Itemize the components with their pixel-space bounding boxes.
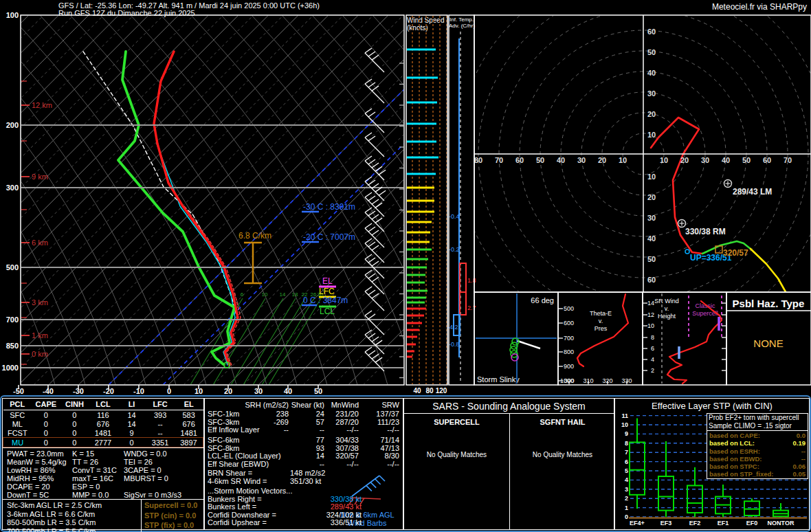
theta-ylabel: 700 [564,335,574,342]
parcel-table-row[interactable]: SFC0011614393583 [3,410,203,420]
storm-motion-title-row: ...Storm Motion Vectors... [205,487,403,495]
lapse-rate-values: Sfc-3km AGL LR = 2.5 C/km3-6km AGL LR = … [7,501,102,532]
hodo-axis-label: 50 [647,255,656,263]
kinematics-cell: 238 [230,410,289,418]
parcel-cell: -- [146,428,175,438]
km-label: 0 km [32,350,48,358]
pressure-label: 700 [6,315,19,324]
sr-ylabel: 4 [651,356,654,363]
parcel-cell: 9 [118,428,146,438]
wind-speed-bar [407,282,425,284]
barb-staff [365,197,384,217]
theta-e-panel: Theta-E v. Pres 500600700800900100030031… [558,292,643,385]
wind-speed-bar [407,297,426,299]
wind-speed-bar [407,221,432,223]
lapse-rate-line: 700-500mb LR = 5.5 C/km [7,527,102,532]
stp-legend-rows: based on CAPE:0.0based on LCL:0.19based … [707,432,808,478]
thermo-column: WNDG = 0.0 TEI = 26 3CAPE = 0 MBURST = 0… [124,450,181,499]
stp-box [630,442,645,494]
minus20-height-label: -20 C : 7007m [303,232,355,242]
stp-category-label: NONTOR [768,520,795,527]
stp-legend-value: 0.06 [793,463,806,470]
dry-adiabat-line [463,15,690,385]
stp-yaxis-label: 5 [625,467,628,474]
kinematics-cell: LCL-EL (Cloud Layer) [208,452,281,460]
wind-speed-bar [407,336,417,338]
kinematics-cell: ...Storm Motion Vectors... [208,487,293,495]
temp-axis-label: 40 [284,387,292,395]
stp-legend-row: based on STPC:0.06 [707,463,808,470]
wind-barb-icon [365,79,384,103]
mixing-ratio-line [253,298,305,385]
hodo-axis-label: 20 [680,156,689,164]
km-label: 6 km [32,239,48,247]
theta-title-3: Pres [595,325,608,332]
theta-ylabel: 500 [564,305,574,312]
parcel-cell: 0 [60,428,89,438]
barb-flag [365,48,372,53]
hodo-axis-label: 50 [647,48,656,56]
parcel-cell: 0 [60,410,89,420]
km-label: 12 km [32,101,52,109]
barb-flag [372,245,379,250]
charts-canvas: 100200300500700850100012 km9 km6 km3 km1… [0,0,811,396]
parcel-col-header: LI [118,400,146,410]
stp-yaxis-label: 0 [625,513,628,520]
hodo-axis-label: 30 [647,89,656,98]
storm-motion-row: Bunkers Right =330/38 kt [205,495,403,503]
parcel-cell: ML [3,419,32,428]
barb-flag [375,357,382,362]
kinematics-cell: 137/37 [360,410,399,418]
parcel-cell: 676 [89,419,118,428]
kinematics-cell: 71/14 [360,436,399,444]
lapse-rate-line: 3-6km AGL LR = 6.6 C/km [7,510,102,519]
isotherm-minor-line [0,15,313,385]
kinematics-cell: Bunkers Left = [208,502,256,511]
stp-category-label: EF3 [660,520,672,527]
parcel-table-row[interactable]: MU002777033513897 [3,438,203,447]
kinematics-cell: 24 [290,410,324,418]
sars-panel: SARS - Sounding Analogue System SUPERCEL… [403,398,614,530]
sars-hail-status: No Quality Matches [510,451,615,458]
hodo-axis-label: 40 [722,156,730,164]
lapse-rate-line: Sfc-3km AGL LR = 2.5 C/km [7,501,102,510]
parcel-cell: 14 [118,410,146,420]
kinematics-cell: SFC-6km [208,436,239,444]
stp-yaxis-label: 4 [625,476,628,483]
stp-legend-value: -- [801,455,806,463]
minus30-height-label: -30 C : 8391m [303,202,355,212]
parcel-cell: 583 [175,410,203,420]
wind-speed-bar [407,308,426,310]
wind-speed-bar [407,77,438,79]
mixing-ratio-label: 10 [262,291,268,298]
wind-speed-bar [407,211,434,213]
kinematics-cell: 320/57 [326,452,359,460]
stp-legend-label: based on STPC: [709,463,759,470]
srwind-title-1: SR Wind [654,298,679,304]
hodo-axis-label: 40 [647,69,656,77]
left-mover-label: 289/43 LM [733,187,772,197]
kinematics-cell: Eff Shear (EBWD) [208,460,269,468]
theta-ylabel: 600 [564,320,574,326]
barb-flag [372,277,379,282]
wind-speed-bar [407,258,428,261]
wind-speed-bar [407,274,425,276]
kinematics-cell: Shear (kt) [290,401,324,409]
hodo-axis-label: 50 [742,156,751,164]
parcel-cell: 3351 [146,438,175,447]
stp-legend-label: based on CAPE: [709,432,760,439]
parcel-table-row[interactable]: ML0067614--676 [3,419,203,428]
hodo-axis-label: 30 [577,156,586,164]
parcel-table-row[interactable]: FCST0014819--1481 [3,428,203,438]
barb-flag [368,290,375,295]
stp-category-label: EF4+ [630,520,645,527]
stp-legend-label: based on STP_fixed: [709,470,773,478]
right-mover-label: 330/38 RM [685,227,726,236]
stp-legend: Prob EF2+ torn with supercell Sample CLI… [707,413,808,479]
stp-yaxis-label: 9 [625,430,628,437]
parcel-cell: 0 [32,438,60,447]
wind-speed-bar [407,241,430,243]
wind-speed-bar [407,302,425,304]
kinematics-cell: --/-- [326,460,359,468]
isotherm-minor-line [153,15,523,385]
